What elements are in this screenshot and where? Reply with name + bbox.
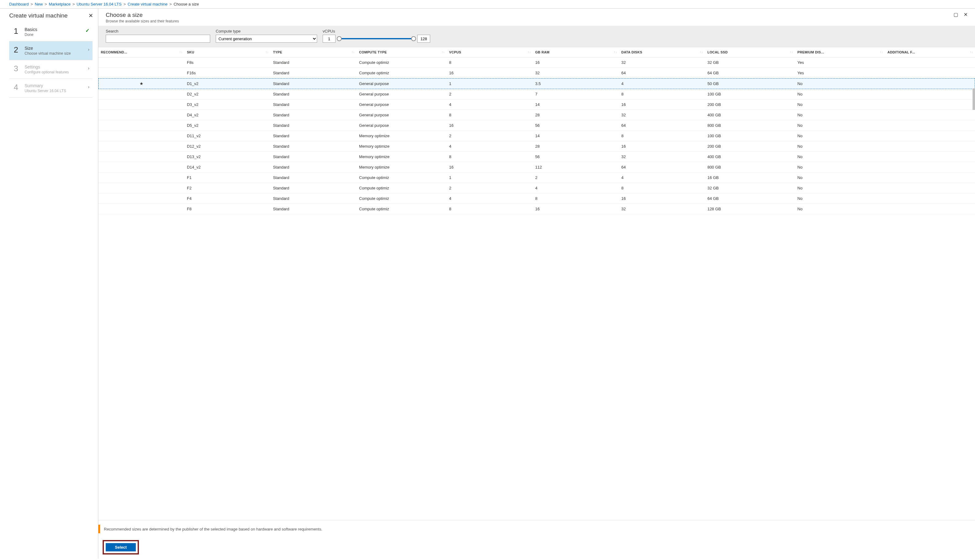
blade-subtitle: Browse the available sizes and their fea… xyxy=(106,19,179,23)
table-row[interactable]: F8sStandardCompute optimiz8163232 GBYes xyxy=(98,57,975,68)
table-row[interactable]: D14_v2StandardMemory optimize1611264800 … xyxy=(98,162,975,173)
column-header[interactable]: LOCAL SSD↑↓ xyxy=(705,47,795,57)
breadcrumb-link[interactable]: Dashboard xyxy=(9,2,29,7)
cell-ssd: 64 GB xyxy=(705,68,795,78)
cell-ssd: 32 GB xyxy=(705,57,795,68)
cell-vcpus: 8 xyxy=(447,152,533,162)
compute-type-label: Compute type xyxy=(216,29,317,33)
cell-additional xyxy=(885,183,975,193)
table-row[interactable]: F4StandardCompute optimiz481664 GBNo xyxy=(98,193,975,204)
breadcrumb-link[interactable]: New xyxy=(35,2,43,7)
table-row[interactable]: D13_v2StandardMemory optimize85632400 GB… xyxy=(98,152,975,162)
table-row[interactable]: D2_v2StandardGeneral purpose278100 GBNo xyxy=(98,89,975,100)
sort-icon: ↑↓ xyxy=(528,50,531,54)
wizard-step-summary[interactable]: 4 Summary Ubuntu Server 16.04 LTS› xyxy=(9,79,92,98)
cell-recommended xyxy=(98,183,184,193)
column-header[interactable]: COMPUTE TYPE↑↓ xyxy=(357,47,447,57)
cell-disks: 16 xyxy=(619,100,705,110)
cell-disks: 64 xyxy=(619,162,705,173)
cell-recommended xyxy=(98,68,184,78)
column-header[interactable]: VCPUS↑↓ xyxy=(447,47,533,57)
cell-vcpus: 4 xyxy=(447,141,533,152)
column-header[interactable]: PREMIUM DIS...↑↓ xyxy=(795,47,885,57)
cell-ssd: 32 GB xyxy=(705,183,795,193)
breadcrumb-link[interactable]: Create virtual machine xyxy=(127,2,167,7)
cell-premium: No xyxy=(795,78,885,89)
table-row[interactable]: D3_v2StandardGeneral purpose41416200 GBN… xyxy=(98,100,975,110)
column-label: LOCAL SSD xyxy=(707,50,727,54)
cell-compute-type: Compute optimiz xyxy=(357,173,447,183)
table-row[interactable]: D4_v2StandardGeneral purpose82832400 GBN… xyxy=(98,110,975,120)
column-label: PREMIUM DIS... xyxy=(798,50,824,54)
cell-premium: No xyxy=(795,110,885,120)
column-header[interactable]: TYPE↑↓ xyxy=(271,47,356,57)
table-row[interactable]: F16sStandardCompute optimiz16326464 GBYe… xyxy=(98,68,975,78)
cell-vcpus: 1 xyxy=(447,173,533,183)
vcpus-label: vCPUs xyxy=(323,29,430,33)
column-header[interactable]: RECOMMEND...↑↓ xyxy=(98,47,184,57)
table-row[interactable]: F8StandardCompute optimiz81632128 GBNo xyxy=(98,204,975,214)
vcpu-max-input[interactable] xyxy=(417,35,430,43)
cell-disks: 32 xyxy=(619,204,705,214)
chevron-right-icon: > xyxy=(31,2,33,7)
column-header[interactable]: GB RAM↑↓ xyxy=(533,47,619,57)
wizard-step-basics[interactable]: 1 Basics Done✓ xyxy=(9,23,92,42)
scrollbar-thumb[interactable] xyxy=(973,88,975,110)
column-label: VCPUS xyxy=(449,50,461,54)
column-header[interactable]: DATA DISKS↑↓ xyxy=(619,47,705,57)
cell-recommended xyxy=(98,131,184,141)
cell-ram: 32 xyxy=(533,68,619,78)
cell-type: Standard xyxy=(271,162,356,173)
cell-additional xyxy=(885,152,975,162)
search-input[interactable] xyxy=(106,35,210,43)
table-row[interactable]: F2StandardCompute optimiz24832 GBNo xyxy=(98,183,975,193)
cell-disks: 8 xyxy=(619,183,705,193)
vcpu-slider[interactable] xyxy=(338,36,415,42)
cell-premium: No xyxy=(795,183,885,193)
cell-premium: No xyxy=(795,204,885,214)
cell-additional xyxy=(885,57,975,68)
step-title: Size xyxy=(25,46,71,51)
close-blade-icon[interactable]: ✕ xyxy=(963,12,968,18)
table-row[interactable]: D11_v2StandardMemory optimize2148100 GBN… xyxy=(98,131,975,141)
cell-ssd: 50 GB xyxy=(705,78,795,89)
cell-ssd: 800 GB xyxy=(705,162,795,173)
cell-ram: 4 xyxy=(533,183,619,193)
cell-sku: F16s xyxy=(184,68,271,78)
cell-premium: No xyxy=(795,100,885,110)
column-header[interactable]: ADDITIONAL F...↑↓ xyxy=(885,47,975,57)
close-icon[interactable]: ✕ xyxy=(89,12,93,19)
cell-disks: 64 xyxy=(619,120,705,131)
select-button[interactable]: Select xyxy=(106,543,136,552)
cell-type: Standard xyxy=(271,193,356,204)
maximize-icon[interactable]: ▢ xyxy=(953,12,958,18)
sort-icon: ↑↓ xyxy=(266,50,269,54)
table-row[interactable]: F1StandardCompute optimiz12416 GBNo xyxy=(98,173,975,183)
cell-ram: 7 xyxy=(533,89,619,100)
cell-compute-type: Compute optimiz xyxy=(357,57,447,68)
wizard-step-settings[interactable]: 3 Settings Configure optional features› xyxy=(9,60,92,79)
table-row[interactable]: D5_v2StandardGeneral purpose165664800 GB… xyxy=(98,120,975,131)
cell-disks: 16 xyxy=(619,193,705,204)
cell-premium: No xyxy=(795,131,885,141)
info-message: Recommended sizes are determined by the … xyxy=(104,527,322,532)
search-label: Search xyxy=(106,29,210,33)
table-row[interactable]: ★D1_v2StandardGeneral purpose13.5450 GBN… xyxy=(98,78,975,89)
wizard-step-size[interactable]: 2 Size Choose virtual machine size› xyxy=(9,42,92,60)
cell-ram: 3.5 xyxy=(533,78,619,89)
cell-additional xyxy=(885,131,975,141)
table-row[interactable]: D12_v2StandardMemory optimize42816200 GB… xyxy=(98,141,975,152)
cell-vcpus: 2 xyxy=(447,89,533,100)
cell-additional xyxy=(885,193,975,204)
cell-vcpus: 2 xyxy=(447,183,533,193)
column-label: TYPE xyxy=(273,50,282,54)
sort-icon: ↑↓ xyxy=(880,50,883,54)
cell-disks: 16 xyxy=(619,141,705,152)
cell-recommended xyxy=(98,100,184,110)
vcpu-min-input[interactable] xyxy=(323,35,336,43)
breadcrumb-link[interactable]: Ubuntu Server 16.04 LTS xyxy=(77,2,121,7)
compute-type-select[interactable]: Current generation xyxy=(216,35,317,43)
breadcrumb-link[interactable]: Marketplace xyxy=(49,2,71,7)
size-table-wrap: RECOMMEND...↑↓SKU↑↓TYPE↑↓COMPUTE TYPE↑↓V… xyxy=(98,47,975,520)
column-header[interactable]: SKU↑↓ xyxy=(184,47,271,57)
